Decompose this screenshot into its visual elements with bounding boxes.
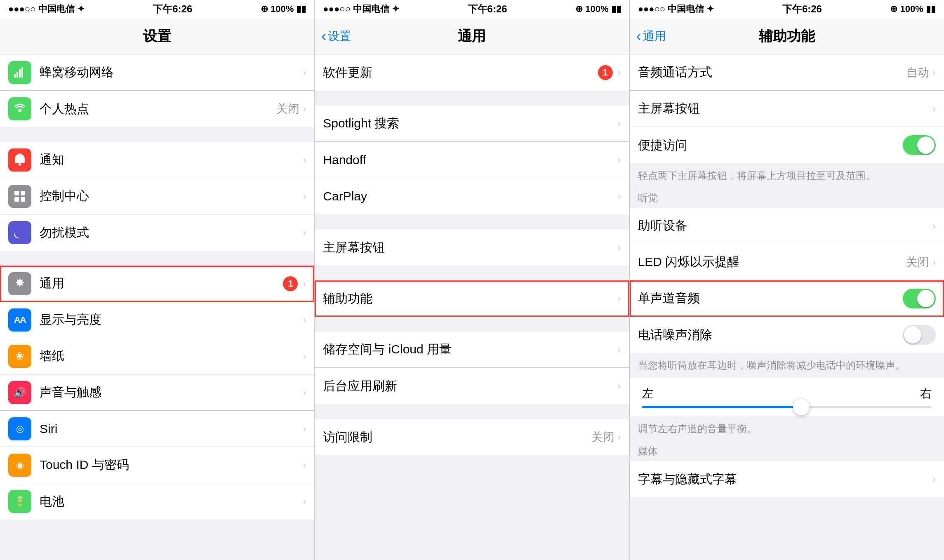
subtitles-label: 字幕与隐藏式字幕 — [638, 471, 932, 488]
acc-item-home-button[interactable]: 主屏幕按钮 › — [630, 91, 944, 127]
audio-call-chevron: › — [932, 67, 936, 78]
acc-item-led-flash[interactable]: LED 闪烁以示提醒 关闭 › — [630, 244, 944, 280]
back-btn-accessibility[interactable]: ‹ 通用 — [636, 28, 666, 45]
general-item-spotlight[interactable]: Spotlight 搜索 › — [315, 106, 629, 142]
section-storage: 储存空间与 iCloud 用量 › 后台应用刷新 › — [315, 332, 629, 404]
general-item-restrictions[interactable]: 访问限制 关闭 › — [315, 419, 629, 455]
settings-item-touchid[interactable]: ◉ Touch ID 与密码 › — [0, 447, 314, 483]
general-item-carplay[interactable]: CarPlay › — [315, 178, 629, 214]
settings-item-notifications[interactable]: 通知 › — [0, 142, 314, 178]
settings-item-wallpaper[interactable]: ❀ 墙纸 › — [0, 338, 314, 374]
mono-audio-toggle[interactable] — [903, 289, 936, 308]
led-flash-label: LED 闪烁以示提醒 — [638, 254, 906, 271]
dnd-label: 勿扰模式 — [40, 224, 303, 241]
cellular-label: 蜂窝移动网络 — [40, 64, 303, 81]
wallpaper-icon: ❀ — [8, 345, 31, 368]
accessibility-label: 辅助功能 — [323, 290, 617, 307]
spotlight-chevron: › — [618, 118, 621, 129]
section-software: 软件更新 1 › — [315, 54, 629, 91]
section-a1: 音频通话方式 自动 › 主屏幕按钮 › 便捷访问 — [630, 54, 944, 163]
separator-2 — [0, 251, 314, 266]
battery-indicator-1: ⊕ 100% ▮▮ — [261, 4, 306, 14]
general-item-home-button[interactable]: 主屏幕按钮 › — [315, 229, 629, 266]
general-item-accessibility[interactable]: 辅助功能 › — [315, 280, 629, 317]
separator-g4 — [315, 317, 629, 332]
acc-item-subtitles[interactable]: 字幕与隐藏式字幕 › — [630, 461, 944, 497]
cellular-chevron: › — [303, 67, 306, 78]
wallpaper-chevron: › — [303, 351, 306, 362]
separator-g1 — [315, 91, 629, 106]
nav-header-accessibility: ‹ 通用 辅助功能 — [630, 18, 944, 54]
settings-item-control-center[interactable]: 控制中心 › — [0, 178, 314, 214]
hotspot-icon — [8, 97, 31, 120]
settings-item-sound[interactable]: 🔊 声音与触感 › — [0, 374, 314, 411]
accessibility-chevron: › — [618, 293, 621, 304]
accessibility-list: 音频通话方式 自动 › 主屏幕按钮 › 便捷访问 轻点两下主屏幕按钮，将屏幕上方… — [630, 54, 944, 560]
audio-balance-slider-container: 左 右 — [630, 378, 944, 416]
general-item-background-app[interactable]: 后台应用刷新 › — [315, 368, 629, 404]
back-chevron-general: ‹ — [321, 28, 326, 45]
status-left-1: ●●●○○ 中国电信 ✦ — [8, 3, 85, 15]
svg-point-4 — [18, 109, 21, 112]
slider-fill — [642, 406, 801, 408]
settings-item-battery[interactable]: 🔋 电池 › — [0, 483, 314, 520]
acc-item-reachability[interactable]: 便捷访问 — [630, 127, 944, 163]
home-button2-label: 主屏幕按钮 — [638, 100, 932, 117]
battery-chevron: › — [303, 496, 306, 507]
section-group-2: 通知 › 控制中心 › — [0, 142, 314, 251]
audio-call-label: 音频通话方式 — [638, 64, 906, 81]
background-app-label: 后台应用刷新 — [323, 378, 617, 395]
phone-noise-toggle[interactable] — [903, 325, 936, 345]
carrier-3: ●●●○○ 中国电信 ✦ — [638, 3, 714, 15]
storage-chevron: › — [618, 344, 621, 355]
slider-thumb[interactable] — [793, 399, 810, 415]
battery-icon-settings: 🔋 — [8, 490, 31, 513]
settings-item-dnd[interactable]: 勿扰模式 › — [0, 214, 314, 251]
settings-item-hotspot[interactable]: 个人热点 关闭 › — [0, 91, 314, 127]
sound-chevron: › — [303, 387, 306, 398]
acc-item-audio-call[interactable]: 音频通话方式 自动 › — [630, 54, 944, 91]
section-group-1: 蜂窝移动网络 › 个人热点 关闭 › — [0, 54, 314, 127]
hearing-devices-label: 助听设备 — [638, 217, 932, 234]
reachability-toggle-knob — [917, 136, 935, 154]
phone-noise-description: 当您将听筒放在耳边时，噪声消除将减少电话中的环境噪声。 — [630, 353, 944, 378]
status-bar-3: ●●●○○ 中国电信 ✦ 下午6:26 ⊕ 100% ▮▮ — [630, 0, 944, 18]
hearing-section-label: 听觉 — [630, 188, 944, 208]
back-btn-general[interactable]: ‹ 设置 — [321, 28, 351, 45]
status-right-1: ⊕ 100% ▮▮ — [261, 4, 306, 14]
media-section-label: 媒体 — [630, 441, 944, 461]
status-right-3: ⊕ 100% ▮▮ — [890, 4, 936, 14]
general-item-handoff[interactable]: Handoff › — [315, 142, 629, 178]
time-1: 下午6:26 — [153, 2, 192, 16]
nav-header-settings: 设置 — [0, 18, 314, 54]
notifications-label: 通知 — [40, 151, 303, 168]
restrictions-chevron: › — [618, 431, 621, 443]
status-left-2: ●●●○○ 中国电信 ✦ — [323, 3, 399, 15]
back-label-general: 设置 — [328, 28, 351, 44]
settings-item-display[interactable]: AA 显示与亮度 › — [0, 302, 314, 338]
svg-rect-0 — [14, 74, 16, 78]
audio-call-value: 自动 — [906, 65, 929, 80]
home-button-chevron: › — [618, 242, 621, 253]
acc-item-hearing-devices[interactable]: 助听设备 › — [630, 208, 944, 244]
status-left-3: ●●●○○ 中国电信 ✦ — [638, 3, 714, 15]
settings-item-general[interactable]: 通用 1 › — [0, 266, 314, 302]
section-homebtn: 主屏幕按钮 › — [315, 229, 629, 266]
notifications-icon — [8, 148, 31, 172]
audio-balance-slider[interactable] — [642, 406, 932, 408]
general-badge: 1 — [283, 276, 298, 291]
reachability-toggle[interactable] — [903, 135, 936, 155]
software-badge: 1 — [598, 65, 613, 80]
hotspot-chevron: › — [303, 103, 306, 115]
general-item-storage[interactable]: 储存空间与 iCloud 用量 › — [315, 332, 629, 368]
svg-rect-3 — [21, 67, 23, 78]
acc-item-phone-noise[interactable]: 电话噪声消除 — [630, 317, 944, 353]
svg-rect-7 — [21, 191, 25, 195]
separator-g5 — [315, 404, 629, 419]
general-item-software-update[interactable]: 软件更新 1 › — [315, 54, 629, 91]
settings-item-siri[interactable]: ◎ Siri › — [0, 411, 314, 447]
acc-item-mono-audio[interactable]: 单声道音频 — [630, 280, 944, 317]
time-2: 下午6:26 — [468, 2, 507, 16]
sound-label: 声音与触感 — [40, 384, 303, 401]
settings-item-cellular[interactable]: 蜂窝移动网络 › — [0, 54, 314, 91]
